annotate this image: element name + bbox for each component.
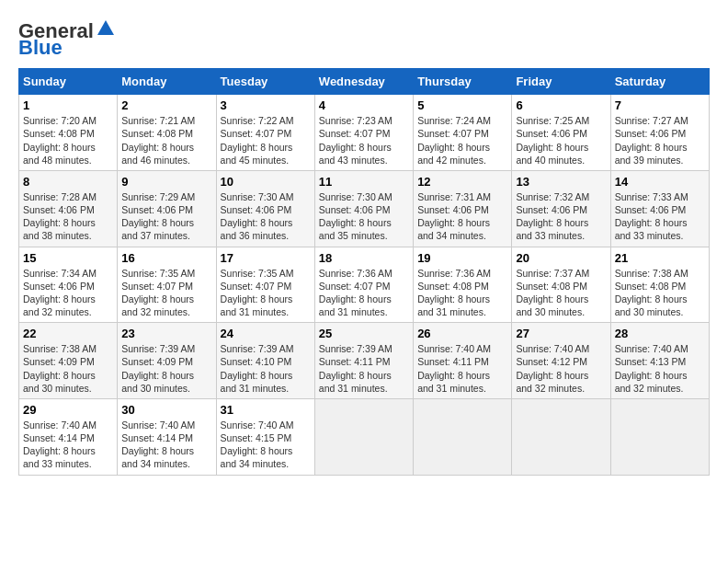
calendar-cell: 22 Sunrise: 7:38 AMSunset: 4:09 PMDaylig… — [19, 323, 118, 399]
day-number: 31 — [221, 403, 311, 417]
day-number: 15 — [23, 251, 113, 265]
calendar-cell: 9 Sunrise: 7:29 AMSunset: 4:06 PMDayligh… — [118, 170, 216, 247]
day-info: Sunrise: 7:30 AMSunset: 4:06 PMDaylight:… — [221, 191, 294, 242]
day-info: Sunrise: 7:28 AMSunset: 4:06 PMDaylight:… — [23, 191, 97, 242]
calendar-header-row: SundayMondayTuesdayWednesdayThursdayFrid… — [19, 69, 710, 95]
day-info: Sunrise: 7:40 AMSunset: 4:15 PMDaylight:… — [221, 419, 294, 470]
day-of-week-header: Sunday — [19, 69, 118, 95]
day-number: 18 — [319, 251, 409, 265]
calendar-cell: 20 Sunrise: 7:37 AMSunset: 4:08 PMDaylig… — [512, 247, 610, 323]
day-info: Sunrise: 7:40 AMSunset: 4:13 PMDaylight:… — [615, 343, 688, 394]
calendar-week-row: 15 Sunrise: 7:34 AMSunset: 4:06 PMDaylig… — [19, 247, 710, 323]
day-number: 16 — [121, 251, 211, 265]
calendar-cell: 19 Sunrise: 7:36 AMSunset: 4:08 PMDaylig… — [414, 247, 512, 323]
day-number: 19 — [417, 251, 507, 265]
day-info: Sunrise: 7:36 AMSunset: 4:08 PMDaylight:… — [417, 268, 491, 318]
calendar-cell: 23 Sunrise: 7:39 AMSunset: 4:09 PMDaylig… — [118, 323, 216, 399]
day-number: 30 — [121, 403, 211, 417]
day-info: Sunrise: 7:40 AMSunset: 4:11 PMDaylight:… — [417, 343, 491, 394]
calendar-cell: 31 Sunrise: 7:40 AMSunset: 4:15 PMDaylig… — [216, 398, 314, 475]
day-number: 3 — [221, 98, 311, 112]
day-info: Sunrise: 7:40 AMSunset: 4:14 PMDaylight:… — [121, 419, 195, 470]
day-info: Sunrise: 7:31 AMSunset: 4:06 PMDaylight:… — [417, 191, 491, 242]
calendar-cell: 10 Sunrise: 7:30 AMSunset: 4:06 PMDaylig… — [216, 170, 314, 247]
calendar-week-row: 8 Sunrise: 7:28 AMSunset: 4:06 PMDayligh… — [19, 170, 710, 247]
day-of-week-header: Thursday — [414, 69, 512, 95]
day-info: Sunrise: 7:25 AMSunset: 4:06 PMDaylight:… — [516, 115, 589, 166]
day-number: 2 — [121, 98, 211, 112]
day-number: 27 — [516, 327, 606, 340]
day-number: 25 — [319, 327, 409, 340]
day-number: 14 — [615, 175, 705, 189]
calendar-body: 1 Sunrise: 7:20 AMSunset: 4:08 PMDayligh… — [19, 95, 710, 475]
day-info: Sunrise: 7:39 AMSunset: 4:11 PMDaylight:… — [319, 343, 392, 394]
calendar-cell: 7 Sunrise: 7:27 AMSunset: 4:06 PMDayligh… — [610, 95, 709, 171]
day-number: 29 — [23, 403, 113, 417]
calendar-cell: 3 Sunrise: 7:22 AMSunset: 4:07 PMDayligh… — [216, 95, 314, 171]
day-info: Sunrise: 7:29 AMSunset: 4:06 PMDaylight:… — [121, 191, 195, 242]
day-number: 11 — [319, 175, 409, 189]
day-info: Sunrise: 7:35 AMSunset: 4:07 PMDaylight:… — [121, 268, 195, 318]
calendar-week-row: 1 Sunrise: 7:20 AMSunset: 4:08 PMDayligh… — [19, 95, 710, 171]
day-of-week-header: Tuesday — [216, 69, 314, 95]
calendar-cell: 28 Sunrise: 7:40 AMSunset: 4:13 PMDaylig… — [610, 323, 709, 399]
day-number: 10 — [221, 175, 311, 189]
calendar-cell: 24 Sunrise: 7:39 AMSunset: 4:10 PMDaylig… — [216, 323, 314, 399]
calendar-cell: 29 Sunrise: 7:40 AMSunset: 4:14 PMDaylig… — [19, 398, 118, 475]
day-of-week-header: Saturday — [610, 69, 709, 95]
calendar-cell: 4 Sunrise: 7:23 AMSunset: 4:07 PMDayligh… — [314, 95, 413, 171]
calendar-table: SundayMondayTuesdayWednesdayThursdayFrid… — [18, 68, 710, 475]
calendar-cell: 2 Sunrise: 7:21 AMSunset: 4:08 PMDayligh… — [118, 95, 216, 171]
calendar-week-row: 29 Sunrise: 7:40 AMSunset: 4:14 PMDaylig… — [19, 398, 710, 475]
day-number: 6 — [516, 98, 606, 112]
svg-marker-0 — [97, 20, 114, 35]
day-info: Sunrise: 7:20 AMSunset: 4:08 PMDaylight:… — [23, 115, 97, 166]
day-number: 23 — [121, 327, 211, 340]
day-info: Sunrise: 7:40 AMSunset: 4:12 PMDaylight:… — [516, 343, 589, 394]
day-number: 12 — [417, 175, 507, 189]
calendar-cell: 11 Sunrise: 7:30 AMSunset: 4:06 PMDaylig… — [314, 170, 413, 247]
calendar-cell: 14 Sunrise: 7:33 AMSunset: 4:06 PMDaylig… — [610, 170, 709, 247]
day-number: 17 — [221, 251, 311, 265]
day-info: Sunrise: 7:27 AMSunset: 4:06 PMDaylight:… — [615, 115, 688, 166]
day-of-week-header: Monday — [118, 69, 216, 95]
calendar-cell: 12 Sunrise: 7:31 AMSunset: 4:06 PMDaylig… — [414, 170, 512, 247]
day-info: Sunrise: 7:34 AMSunset: 4:06 PMDaylight:… — [23, 268, 97, 318]
day-info: Sunrise: 7:21 AMSunset: 4:08 PMDaylight:… — [121, 115, 195, 166]
calendar-cell — [314, 398, 413, 475]
day-number: 8 — [23, 175, 113, 189]
calendar-cell: 30 Sunrise: 7:40 AMSunset: 4:14 PMDaylig… — [118, 398, 216, 475]
calendar-cell: 1 Sunrise: 7:20 AMSunset: 4:08 PMDayligh… — [19, 95, 118, 171]
page-header: General Blue — [18, 18, 710, 59]
calendar-cell: 21 Sunrise: 7:38 AMSunset: 4:08 PMDaylig… — [610, 247, 709, 323]
logo-icon — [96, 18, 116, 39]
calendar-cell: 16 Sunrise: 7:35 AMSunset: 4:07 PMDaylig… — [118, 247, 216, 323]
day-info: Sunrise: 7:39 AMSunset: 4:10 PMDaylight:… — [221, 343, 294, 394]
day-number: 1 — [23, 98, 113, 112]
day-info: Sunrise: 7:38 AMSunset: 4:08 PMDaylight:… — [615, 268, 688, 318]
day-info: Sunrise: 7:32 AMSunset: 4:06 PMDaylight:… — [516, 191, 589, 242]
day-of-week-header: Friday — [512, 69, 610, 95]
day-number: 4 — [319, 98, 409, 112]
day-number: 26 — [417, 327, 507, 340]
calendar-cell: 15 Sunrise: 7:34 AMSunset: 4:06 PMDaylig… — [19, 247, 118, 323]
calendar-cell: 25 Sunrise: 7:39 AMSunset: 4:11 PMDaylig… — [314, 323, 413, 399]
day-info: Sunrise: 7:24 AMSunset: 4:07 PMDaylight:… — [417, 115, 491, 166]
day-number: 22 — [23, 327, 113, 340]
day-info: Sunrise: 7:22 AMSunset: 4:07 PMDaylight:… — [221, 115, 294, 166]
day-number: 5 — [417, 98, 507, 112]
day-info: Sunrise: 7:39 AMSunset: 4:09 PMDaylight:… — [121, 343, 195, 394]
calendar-cell: 8 Sunrise: 7:28 AMSunset: 4:06 PMDayligh… — [19, 170, 118, 247]
logo-blue: Blue — [18, 37, 63, 59]
calendar-cell: 5 Sunrise: 7:24 AMSunset: 4:07 PMDayligh… — [414, 95, 512, 171]
day-number: 7 — [615, 98, 705, 112]
day-number: 9 — [121, 175, 211, 189]
calendar-cell: 18 Sunrise: 7:36 AMSunset: 4:07 PMDaylig… — [314, 247, 413, 323]
day-info: Sunrise: 7:40 AMSunset: 4:14 PMDaylight:… — [23, 419, 97, 470]
day-info: Sunrise: 7:33 AMSunset: 4:06 PMDaylight:… — [615, 191, 688, 242]
day-number: 24 — [221, 327, 311, 340]
day-of-week-header: Wednesday — [314, 69, 413, 95]
day-info: Sunrise: 7:30 AMSunset: 4:06 PMDaylight:… — [319, 191, 392, 242]
calendar-cell: 17 Sunrise: 7:35 AMSunset: 4:07 PMDaylig… — [216, 247, 314, 323]
calendar-cell — [414, 398, 512, 475]
